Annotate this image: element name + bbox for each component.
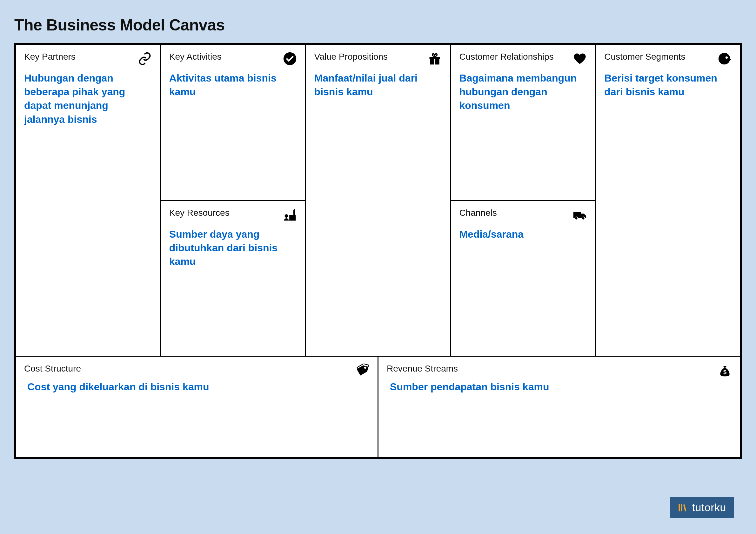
page-title: The Business Model Canvas — [14, 16, 742, 34]
head-icon — [718, 52, 732, 66]
svg-point-1 — [284, 214, 288, 218]
bmc-canvas: Key Partners Hubungan dengan beberapa pi… — [14, 43, 742, 459]
cell-key-partners: Key Partners Hubungan dengan beberapa pi… — [16, 45, 160, 356]
svg-rect-2 — [289, 215, 296, 220]
cell-title-cost-structure: Cost Structure — [24, 364, 81, 374]
svg-rect-5 — [430, 59, 434, 65]
cell-channels: Channels Media/sarana — [451, 201, 595, 356]
cell-content-channels: Media/sarana — [459, 227, 587, 241]
gift-icon — [428, 52, 442, 66]
cell-content-customer-segments: Berisi target konsumen dari bisnis kamu — [604, 71, 732, 99]
cell-title-key-activities: Key Activities — [169, 52, 222, 62]
svg-point-12 — [364, 367, 366, 369]
truck-icon — [573, 208, 587, 222]
cell-title-customer-relationships: Customer Relationships — [459, 52, 554, 62]
cell-content-key-activities: Aktivitas utama bisnis kamu — [169, 71, 297, 99]
svg-point-10 — [718, 53, 730, 65]
cell-customer-relationships: Customer Relationships Bagaimana membang… — [451, 45, 595, 201]
svg-point-8 — [575, 217, 578, 219]
cell-title-revenue-streams: Revenue Streams — [387, 364, 458, 374]
cell-cost-structure: Cost Structure Cost yang dikeluarkan di … — [16, 357, 378, 457]
cell-customer-segments: Customer Segments Berisi target konsumen… — [596, 45, 740, 356]
cell-content-cost-structure: Cost yang dikeluarkan di bisnis kamu — [24, 380, 369, 394]
cell-title-customer-segments: Customer Segments — [604, 52, 685, 62]
cell-title-key-resources: Key Resources — [169, 208, 230, 218]
svg-rect-6 — [435, 59, 440, 65]
cell-content-key-partners: Hubungan dengan beberapa pihak yang dapa… — [24, 71, 152, 126]
cell-title-channels: Channels — [459, 208, 497, 218]
link-icon — [138, 52, 152, 66]
svg-point-9 — [582, 217, 585, 219]
cell-revenue-streams: Revenue Streams $ Sumber pendapatan bisn… — [378, 357, 740, 457]
money-bag-icon: $ — [718, 364, 732, 378]
cell-title-key-partners: Key Partners — [24, 52, 76, 62]
cell-content-value-propositions: Manfaat/nilai jual dari bisnis kamu — [314, 71, 442, 99]
cell-value-propositions: Value Propositions Manfaat/nilai jual da… — [306, 45, 450, 356]
cell-content-revenue-streams: Sumber pendapatan bisnis kamu — [387, 380, 732, 394]
cell-content-customer-relationships: Bagaimana membangun hubungan dengan kons… — [459, 71, 587, 113]
svg-text:$: $ — [723, 369, 726, 375]
books-icon — [678, 502, 688, 513]
brand-badge: tutorku — [670, 497, 734, 518]
svg-rect-4 — [430, 57, 440, 59]
brand-label: tutorku — [692, 501, 726, 514]
svg-point-11 — [725, 57, 728, 59]
cell-key-activities: Key Activities Aktivitas utama bisnis ka… — [161, 45, 305, 201]
cell-key-resources: Key Resources Sumber daya yang dibutuhka… — [161, 201, 305, 356]
check-circle-icon — [283, 52, 297, 66]
cell-content-key-resources: Sumber daya yang dibutuhkan dari bisnis … — [169, 227, 297, 269]
tag-icon — [355, 364, 369, 378]
factory-icon — [283, 208, 297, 222]
heart-icon — [573, 52, 587, 66]
cell-title-value-propositions: Value Propositions — [314, 52, 388, 62]
